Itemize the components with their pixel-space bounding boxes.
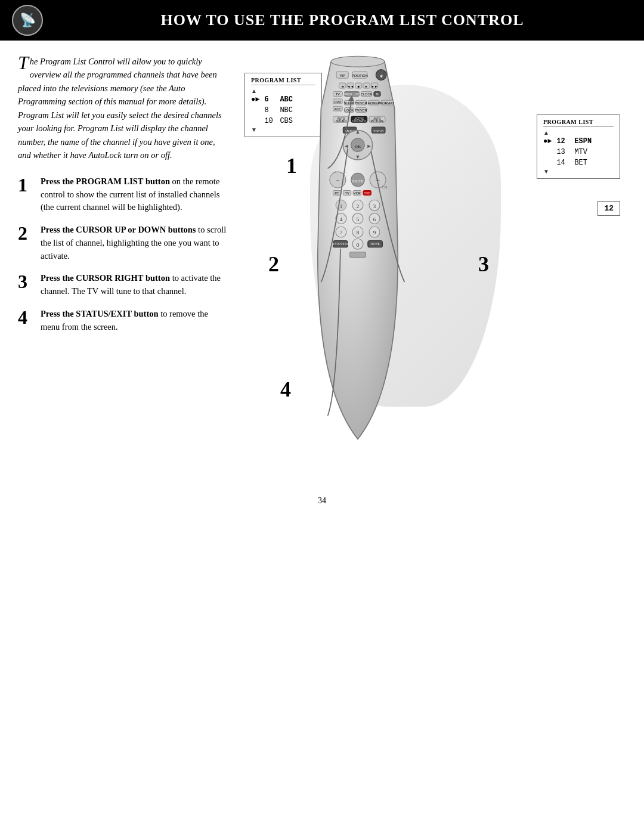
svg-text:▼: ▼ xyxy=(355,154,361,160)
svg-text:◄: ◄ xyxy=(340,85,344,88)
svg-text:PROG. LIST: PROG. LIST xyxy=(344,93,359,96)
svg-text:1: 1 xyxy=(340,203,342,209)
intro-text: he Program List Control will allow you t… xyxy=(18,57,222,160)
svg-text:►: ► xyxy=(367,143,372,149)
svg-text:►►: ►► xyxy=(371,85,377,88)
svg-text:2: 2 xyxy=(357,203,359,209)
prog-list-2-item-2: ●►13MTV xyxy=(543,147,614,157)
svg-text:▲: ▲ xyxy=(355,129,361,135)
svg-text:VCR: VCR xyxy=(354,191,361,195)
svg-text:CH: CH xyxy=(382,185,387,189)
page-title: How to Use the Program List Control xyxy=(52,11,632,29)
right-column: Program List ▲ ●►6ABC ●►8NBC ●►10CBS ▼ P… xyxy=(239,55,626,472)
svg-text:►: ► xyxy=(365,85,369,88)
svg-text:STATUS: STATUS xyxy=(373,130,383,133)
step-3-number: 3 xyxy=(18,272,33,291)
svg-text:M: M xyxy=(376,92,378,96)
page-number: 34 xyxy=(318,496,326,505)
step-1-number: 1 xyxy=(18,175,33,194)
svg-text:5: 5 xyxy=(357,216,360,222)
svg-text:0: 0 xyxy=(357,242,360,248)
svg-text:−: − xyxy=(336,176,339,184)
remote-control-image: 1 2 3 4 xyxy=(274,55,477,472)
svg-text:9: 9 xyxy=(373,230,376,236)
program-list-box-2: Program List ▲ ●►12ESPN ●►13MTV ●►14BET … xyxy=(537,114,620,179)
prog-list-2-down-arrow: ▼ xyxy=(543,168,614,175)
drop-cap: T xyxy=(18,55,29,71)
callout-2: 2 xyxy=(268,252,279,277)
svg-text:CONTROL: CONTROL xyxy=(352,119,367,123)
channel-display-box: 12 xyxy=(597,201,620,216)
prog-list-2-up-arrow: ▲ xyxy=(543,129,614,136)
page-number-container: 34 xyxy=(0,484,644,524)
svg-text:ACC: ACC xyxy=(334,107,341,111)
prog-list-2-title: Program List xyxy=(543,119,614,127)
left-column: The Program List Control will allow you … xyxy=(18,55,239,472)
remote-svg: PIP POSITION ⏻ ◄ ◄◄ ■ ► xyxy=(274,55,441,442)
svg-text:OK: OK xyxy=(355,144,361,148)
svg-text:6: 6 xyxy=(373,216,376,222)
svg-text:PICTURE: PICTURE xyxy=(370,119,384,123)
svg-point-0 xyxy=(331,56,385,67)
step-1-bold: Press the PROGRAM LIST button xyxy=(41,176,170,186)
step-3-text: Press the CURSOR RIGHT button to activat… xyxy=(41,272,227,298)
page-header: 📡 How to Use the Program List Control xyxy=(0,0,644,41)
svg-text:STATUS/EXIT: STATUS/EXIT xyxy=(331,243,349,246)
step-3-block: 3 Press the CURSOR RIGHT button to activ… xyxy=(18,272,227,298)
svg-text:DVD: DVD xyxy=(334,100,341,104)
step-2-block: 2 Press the CURSOR UP or DOWN buttons to… xyxy=(18,224,227,262)
step-3-bold: Press the CURSOR RIGHT button xyxy=(41,273,170,283)
callout-1: 1 xyxy=(286,153,297,178)
svg-text:7: 7 xyxy=(340,230,343,236)
step-4-bold: Press the STATUS/EXIT button xyxy=(41,309,159,318)
prog-list-2-item-3: ●►14BET xyxy=(543,157,614,168)
svg-text:3: 3 xyxy=(373,203,376,209)
svg-text:PC: PC xyxy=(335,191,339,195)
svg-text:TV: TV xyxy=(336,92,340,96)
header-icon: 📡 xyxy=(20,13,36,28)
main-content: The Program List Control will allow you … xyxy=(0,41,644,484)
svg-text:DONE: DONE xyxy=(370,242,380,246)
callout-3: 3 xyxy=(478,252,489,277)
step-2-number: 2 xyxy=(18,224,33,243)
svg-text:◄: ◄ xyxy=(344,143,349,149)
svg-text:◄◄: ◄◄ xyxy=(347,85,354,88)
svg-text:8: 8 xyxy=(357,230,360,236)
svg-text:TV/VCR: TV/VCR xyxy=(355,101,367,105)
svg-text:POSITION: POSITION xyxy=(352,74,368,78)
svg-text:НОМЕР: НОМЕР xyxy=(368,101,380,105)
svg-text:FORMAT: FORMAT xyxy=(380,101,395,105)
step-1-block: 1 Press the PROGRAM LIST button on the r… xyxy=(18,175,227,214)
callout-4: 4 xyxy=(280,377,291,402)
svg-text:4: 4 xyxy=(340,216,343,222)
svg-text:CLOCK: CLOCK xyxy=(361,92,373,96)
prog-list-2-item-1: ●►12ESPN xyxy=(543,136,614,147)
step-2-text: Press the CURSOR UP or DOWN buttons to s… xyxy=(41,224,227,262)
svg-rect-101 xyxy=(350,252,366,258)
svg-text:SOUND: SOUND xyxy=(336,119,347,123)
step-2-bold: Press the CURSOR UP or DOWN buttons xyxy=(41,225,196,234)
svg-text:TV: TV xyxy=(345,191,349,195)
svg-text:⏻: ⏻ xyxy=(380,74,383,78)
svg-text:TV/VCR: TV/VCR xyxy=(355,109,367,112)
intro-paragraph: The Program List Control will allow you … xyxy=(18,55,227,162)
step-4-block: 4 Press the STATUS/EXIT button to remove… xyxy=(18,308,227,334)
svg-text:MUTE: MUTE xyxy=(352,179,363,183)
channel-number: 12 xyxy=(604,204,614,213)
svg-text:SLEEP: SLEEP xyxy=(343,101,354,105)
step-4-text: Press the STATUS/EXIT button to remove t… xyxy=(41,308,227,334)
step-1-text: Press the PROGRAM LIST button on the rem… xyxy=(41,175,227,214)
svg-text:■: ■ xyxy=(357,85,360,88)
svg-text:PIP: PIP xyxy=(340,74,345,78)
svg-text:DVD: DVD xyxy=(364,191,370,195)
header-icon-box: 📡 xyxy=(12,5,43,36)
step-4-number: 4 xyxy=(18,308,33,327)
